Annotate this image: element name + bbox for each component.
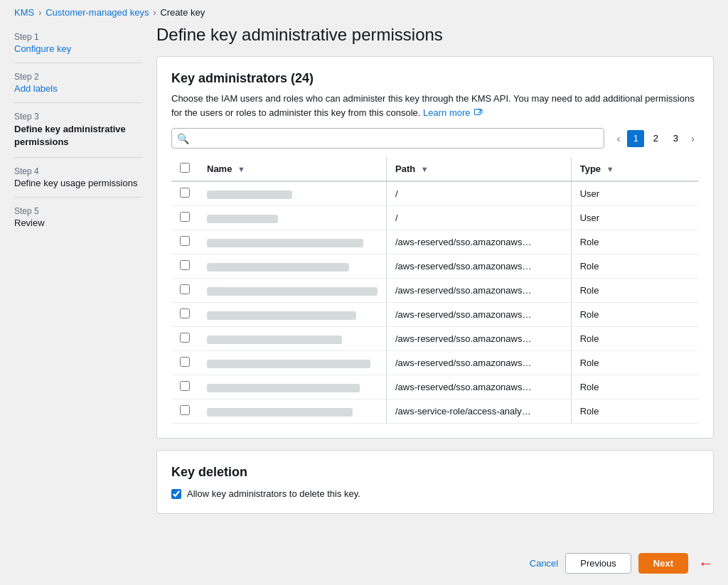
row-name-cell [198,351,387,375]
table-row: /aws-reserved/sso.amazonaws…Role [171,254,699,279]
row-checkbox[interactable] [180,212,190,222]
step3-item: Step 3 Define key administrative permiss… [14,112,142,149]
row-type-cell: Role [571,351,699,375]
breadcrumb-sep-1: › [38,8,41,18]
row-checkbox-cell [171,181,198,206]
select-all-checkbox[interactable] [180,163,190,173]
step2-label: Step 2 [14,72,142,82]
col-header-checkbox [171,157,198,181]
step3-title: Define key administrative permissions [14,124,126,147]
row-checkbox-cell [171,327,198,351]
row-checkbox[interactable] [180,308,190,318]
table-row: /aws-service-role/access-analy…Role [171,399,699,424]
step3-label: Step 3 [14,112,142,122]
row-name-cell [198,327,387,351]
administrators-table: Name ▼ Path ▼ Type ▼ [171,157,699,424]
step1-divider [14,63,142,63]
name-placeholder [207,215,278,223]
step2-divider [14,102,142,103]
step3-divider [14,157,142,158]
col-header-path[interactable]: Path ▼ [387,157,572,181]
step2-link[interactable]: Add labels [14,83,58,94]
step4-title: Define key usage permissions [14,178,137,188]
col-header-name[interactable]: Name ▼ [198,157,387,181]
external-link-icon [474,109,483,117]
page-wrapper: KMS › Customer-managed keys › Create key… [0,0,728,585]
next-arrow-indicator: ← [698,554,714,573]
col-header-type[interactable]: Type ▼ [571,157,699,181]
search-input[interactable] [171,128,604,149]
breadcrumb-kms[interactable]: KMS [14,7,34,18]
row-checkbox[interactable] [180,357,190,367]
row-checkbox[interactable] [180,260,190,270]
table-row: /aws-reserved/sso.amazonaws…Role [171,230,699,254]
key-deletion-card: Key deletion Allow key administrators to… [156,450,714,514]
previous-button[interactable]: Previous [565,553,631,574]
key-administrators-description: Choose the IAM users and roles who can a… [171,92,699,119]
key-deletion-title: Key deletion [171,465,699,480]
row-path-cell: / [387,181,572,206]
step4-item: Step 4 Define key usage permissions [14,166,142,188]
row-name-cell [198,399,387,424]
pagination-page-1[interactable]: 1 [627,130,644,147]
row-type-cell: User [571,206,699,230]
step5-item: Step 5 Review [14,206,142,228]
row-name-cell [198,254,387,279]
row-path-cell: /aws-service-role/access-analy… [387,399,572,424]
step4-divider [14,197,142,198]
row-checkbox-cell [171,351,198,375]
row-path-cell: /aws-reserved/sso.amazonaws… [387,230,572,254]
name-placeholder [207,287,378,296]
row-name-cell [198,303,387,327]
row-checkbox[interactable] [180,333,190,343]
search-pagination-row: 🔍 ‹ 1 2 3 › [171,128,699,149]
breadcrumb-customer-managed-keys[interactable]: Customer-managed keys [46,7,149,18]
step1-link[interactable]: Configure key [14,43,71,54]
row-checkbox[interactable] [180,284,190,294]
key-administrators-title-text: Key administrators [171,71,287,85]
row-checkbox-cell [171,206,198,230]
name-placeholder [207,384,360,392]
row-checkbox[interactable] [180,236,190,246]
row-checkbox-cell [171,399,198,424]
breadcrumb-current: Create key [160,7,205,18]
name-placeholder [207,263,349,272]
learn-more-link[interactable]: Learn more [423,107,483,118]
content-area: Define key administrative permissions Ke… [156,25,714,527]
path-sort-icon: ▼ [421,165,429,173]
step5-title: Review [14,218,45,228]
step4-label: Step 4 [14,166,142,176]
row-name-cell [198,181,387,206]
row-checkbox[interactable] [180,188,190,198]
row-path-cell: /aws-reserved/sso.amazonaws… [387,327,572,351]
step5-label: Step 5 [14,206,142,216]
type-sort-icon: ▼ [606,165,614,173]
pagination-prev-arrow[interactable]: ‹ [613,130,625,147]
row-checkbox-cell [171,303,198,327]
name-sort-icon: ▼ [237,165,245,173]
allow-deletion-row: Allow key administrators to delete this … [171,488,699,499]
row-name-cell [198,279,387,303]
pagination-page-2[interactable]: 2 [647,130,664,147]
row-path-cell: /aws-reserved/sso.amazonaws… [387,303,572,327]
pagination-next-arrow[interactable]: › [687,130,699,147]
row-type-cell: Role [571,303,699,327]
row-checkbox[interactable] [180,381,190,391]
row-checkbox[interactable] [180,405,190,415]
table-row: /aws-reserved/sso.amazonaws…Role [171,303,699,327]
name-placeholder [207,408,353,417]
allow-deletion-checkbox[interactable] [171,489,181,499]
row-type-cell: Role [571,327,699,351]
row-type-cell: Role [571,230,699,254]
name-placeholder [207,360,370,368]
row-name-cell [198,230,387,254]
breadcrumb: KMS › Customer-managed keys › Create key [0,0,728,25]
next-button[interactable]: Next [638,553,688,574]
table-row: /User [171,206,699,230]
pagination-page-3[interactable]: 3 [667,130,684,147]
cancel-button[interactable]: Cancel [530,558,558,569]
sidebar: Step 1 Configure key Step 2 Add labels S… [14,25,156,527]
pagination: ‹ 1 2 3 › [613,130,699,147]
main-layout: Step 1 Configure key Step 2 Add labels S… [0,25,728,542]
key-administrators-card: Key administrators (24) Choose the IAM u… [156,56,714,439]
